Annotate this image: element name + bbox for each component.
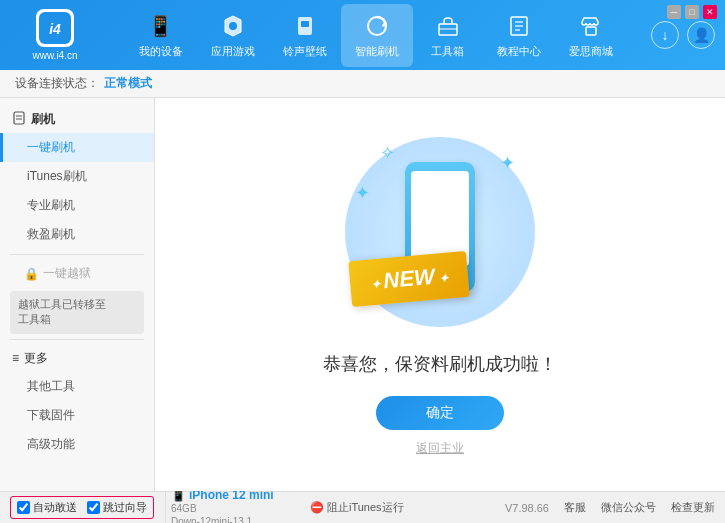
flash-section-title: 刷机 [0,106,154,133]
sidebar-divider-2 [10,339,144,340]
logo: i4 www.i4.cn [10,9,100,61]
device-model: Down-12mini-13.1 [171,515,310,524]
checkbox-group: 自动敢送 跳过向导 [10,496,154,519]
version-text: V7.98.66 [505,502,549,514]
nav-toolbox[interactable]: 工具箱 [413,4,483,67]
sidebar-item-advanced[interactable]: 高级功能 [0,430,154,459]
lock-icon: 🔒 [24,267,39,281]
sidebar-item-save-flash[interactable]: 救盈刷机 [0,220,154,249]
sparkle-3: ✧ [380,142,395,164]
sidebar-divider [10,254,144,255]
svg-text:i4: i4 [49,21,61,37]
apps-games-icon [219,12,247,40]
my-device-icon: 📱 [147,12,175,40]
nav-tutorial[interactable]: 教程中心 [483,4,555,67]
logo-url: www.i4.cn [32,50,77,61]
center-content: ✦ ✦ ✧ NEW 恭喜您，保资料刷机成功啦！ 确定 返回主业 [155,98,725,491]
toolbox-icon [434,12,462,40]
svg-rect-12 [586,27,596,35]
itunes-status: ⛔ 阻止iTunes运行 [310,500,505,515]
smart-flash-icon [363,12,391,40]
sidebar-item-onekey-flash[interactable]: 一键刷机 [0,133,154,162]
close-button[interactable]: ✕ [703,5,717,19]
shop-icon [577,12,605,40]
customer-service-link[interactable]: 客服 [564,500,586,515]
status-mode: 正常模式 [104,75,152,92]
sidebar-item-itunes-flash[interactable]: iTunes刷机 [0,162,154,191]
bottom-bar: 自动敢送 跳过向导 📱 iPhone 12 mini 64GB Down-12m… [0,491,725,523]
download-button[interactable]: ↓ [651,21,679,49]
skip-wizard-checkbox[interactable]: 跳过向导 [87,500,147,515]
menu-icon: ≡ [12,351,19,365]
tutorial-icon [505,12,533,40]
window-controls: ─ □ ✕ [667,5,717,19]
back-link[interactable]: 返回主业 [416,440,464,457]
nav-my-device[interactable]: 📱 我的设备 [125,4,197,67]
auto-send-checkbox[interactable]: 自动敢送 [17,500,77,515]
svg-point-2 [229,22,237,30]
sidebar-item-jailbreak-locked: 🔒 一键越狱 [0,260,154,287]
sidebar: 刷机 一键刷机 iTunes刷机 专业刷机 救盈刷机 🔒 一键越狱 越狱工具已转… [0,98,155,491]
sparkle-2: ✦ [355,182,370,204]
logo-icon: i4 [36,9,74,47]
nav-ringtone-wallpaper[interactable]: 铃声壁纸 [269,4,341,67]
user-button[interactable]: 👤 [687,21,715,49]
maximize-button[interactable]: □ [685,5,699,19]
itunes-icon: ⛔ [310,501,324,514]
success-illustration: ✦ ✦ ✧ NEW [340,132,540,332]
status-label: 设备连接状态： [15,75,99,92]
bottom-left: 自动敢送 跳过向导 [10,496,165,519]
svg-rect-4 [301,21,309,27]
jailbreak-note: 越狱工具已转移至工具箱 [10,291,144,334]
wechat-link[interactable]: 微信公众号 [601,500,656,515]
sparkle-1: ✦ [500,152,515,174]
top-nav-bar: ─ □ ✕ i4 www.i4.cn 📱 我的设备 应用游戏 [0,0,725,70]
sidebar-item-download-firmware[interactable]: 下载固件 [0,401,154,430]
nav-right-actions: ↓ 👤 [651,21,715,49]
device-info: 📱 iPhone 12 mini 64GB Down-12mini-13.1 [165,488,310,524]
device-storage: 64GB [171,502,310,515]
ringtone-icon [291,12,319,40]
nav-smart-flash[interactable]: 智能刷机 [341,4,413,67]
check-update-link[interactable]: 检查更新 [671,500,715,515]
flash-icon [12,111,26,128]
confirm-button[interactable]: 确定 [376,396,504,430]
sidebar-item-other-tools[interactable]: 其他工具 [0,372,154,401]
main-content: 刷机 一键刷机 iTunes刷机 专业刷机 救盈刷机 🔒 一键越狱 越狱工具已转… [0,98,725,491]
bottom-right: V7.98.66 客服 微信公众号 检查更新 [505,500,715,515]
status-bar: 设备连接状态： 正常模式 [0,70,725,98]
sidebar-item-pro-flash[interactable]: 专业刷机 [0,191,154,220]
nav-apps-games[interactable]: 应用游戏 [197,4,269,67]
success-text: 恭喜您，保资料刷机成功啦！ [323,352,557,376]
nav-items: 📱 我的设备 应用游戏 铃声壁纸 [100,4,651,67]
more-section-title: ≡ 更多 [0,345,154,372]
nav-shop[interactable]: 爱思商城 [555,4,627,67]
svg-rect-13 [14,112,24,124]
minimize-button[interactable]: ─ [667,5,681,19]
